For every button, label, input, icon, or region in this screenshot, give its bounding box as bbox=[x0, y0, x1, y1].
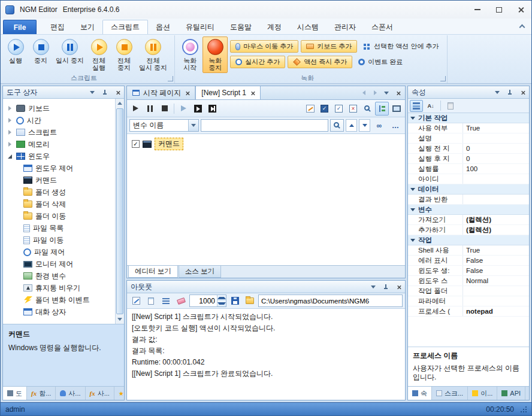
property-row[interactable]: 윈도우 생: False bbox=[408, 266, 529, 276]
close-button[interactable] bbox=[510, 1, 531, 19]
loop-search-button[interactable]: ∞ bbox=[372, 119, 386, 132]
step-run-button[interactable] bbox=[177, 102, 191, 116]
property-row[interactable]: 결과 반환 bbox=[408, 195, 529, 205]
toolbox-scrollbar[interactable] bbox=[115, 99, 124, 324]
run-selected-button[interactable] bbox=[191, 102, 205, 116]
property-value[interactable]: 100 bbox=[463, 164, 529, 174]
property-value[interactable]: 0 bbox=[463, 144, 529, 153]
property-row[interactable]: 가져오기 (컬렉션) bbox=[408, 215, 529, 225]
ribbon-button[interactable]: 전체 일시 중지 bbox=[137, 37, 170, 73]
property-row[interactable]: 실행 후 지 0 bbox=[408, 154, 529, 164]
property-value[interactable]: 0 bbox=[463, 154, 529, 163]
property-row[interactable]: 기본 작업 bbox=[408, 113, 529, 123]
action-checkbox[interactable] bbox=[132, 140, 140, 148]
close-panel-button[interactable] bbox=[393, 282, 403, 292]
close-tab-icon[interactable] bbox=[250, 91, 254, 95]
menu-tab[interactable]: 도움말 bbox=[222, 20, 259, 34]
scrollbar-thumb[interactable] bbox=[116, 108, 123, 314]
alphabetical-view-button[interactable]: A↓ bbox=[424, 100, 437, 112]
tab-editor-view[interactable]: 에디터 보기 bbox=[128, 266, 178, 278]
search-go-button[interactable] bbox=[330, 119, 344, 132]
stop-script-button[interactable] bbox=[158, 102, 171, 116]
property-value[interactable]: False bbox=[463, 256, 529, 265]
property-row[interactable]: 사용 여부 True bbox=[408, 123, 529, 133]
property-row[interactable]: 실행률 100 bbox=[408, 164, 529, 174]
menu-tab[interactable]: 편집 bbox=[43, 20, 72, 34]
properties-bottom-tab[interactable]: API bbox=[497, 387, 525, 400]
toolbox-bottom-tab[interactable]: 사... bbox=[86, 387, 114, 400]
properties-bottom-tab[interactable]: 외... bbox=[525, 387, 529, 400]
maximize-button[interactable] bbox=[488, 1, 510, 19]
tab-start-page[interactable]: 시작 페이지 bbox=[127, 86, 195, 99]
property-value[interactable]: False bbox=[463, 266, 529, 275]
categorized-view-button[interactable] bbox=[410, 100, 423, 112]
property-row[interactable]: 에러 표시 False bbox=[408, 256, 529, 266]
toolbox-item[interactable]: 환경 변수 bbox=[4, 270, 114, 282]
toolbox-item[interactable]: 메모리 bbox=[4, 138, 114, 150]
toolbox-item[interactable]: 모니터 제어 bbox=[4, 258, 114, 270]
file-menu-button[interactable]: File bbox=[3, 20, 37, 34]
toolbox-item[interactable]: 스크립트 bbox=[4, 126, 114, 138]
spin-down-button[interactable] bbox=[217, 301, 226, 307]
pin-button[interactable] bbox=[99, 87, 110, 98]
toolbox-item[interactable]: 커맨드 bbox=[4, 174, 114, 186]
menu-tab[interactable]: 스폰서 bbox=[364, 20, 401, 34]
pin-button[interactable] bbox=[380, 282, 391, 292]
toolbox-item[interactable]: 키보드 bbox=[4, 102, 114, 114]
toolbox-bottom-tab[interactable]: 함... bbox=[27, 387, 56, 400]
toolbox-item[interactable]: 파일 이동 bbox=[4, 234, 114, 246]
monitor-view-button[interactable] bbox=[389, 102, 403, 116]
toolbox-bottom-tab[interactable]: 도 bbox=[3, 387, 27, 400]
open-log-folder-button[interactable] bbox=[243, 294, 256, 308]
property-value[interactable]: Normal bbox=[463, 276, 529, 286]
property-row[interactable]: 데이터 bbox=[408, 184, 529, 195]
add-realtime-button[interactable]: 실시간 추가 bbox=[230, 56, 285, 68]
panel-menu-button[interactable] bbox=[368, 282, 378, 292]
properties-bottom-tab[interactable]: 속 bbox=[408, 387, 432, 400]
properties-bottom-tab[interactable]: 스크... bbox=[432, 387, 468, 400]
dialog-launcher-icon[interactable] bbox=[168, 76, 173, 81]
panel-menu-button[interactable] bbox=[492, 87, 502, 98]
search-button[interactable] bbox=[361, 102, 374, 116]
toolbox-bottom-tab[interactable]: 즐 bbox=[114, 387, 124, 400]
toolbox-item[interactable]: 폴더 변화 이벤트 bbox=[4, 294, 114, 306]
log-pen-button[interactable] bbox=[129, 294, 143, 308]
ribbon-button[interactable]: 전체 중지 bbox=[111, 37, 137, 73]
toolbox-item[interactable]: 파일 제어 bbox=[4, 246, 114, 258]
combo-dropdown-button[interactable] bbox=[188, 120, 198, 131]
record-start-button[interactable]: 녹화 시작 bbox=[177, 37, 202, 73]
property-row[interactable]: 실행 전 지 0 bbox=[408, 144, 529, 154]
property-row[interactable]: 프로세스 ( notepad bbox=[408, 306, 529, 317]
run-script-button[interactable] bbox=[129, 102, 143, 116]
close-panel-button[interactable] bbox=[112, 87, 122, 98]
tab-script-1[interactable]: [New] Script 1 bbox=[195, 86, 261, 99]
menu-tab[interactable]: 스크립트 bbox=[102, 20, 148, 34]
check-none-button[interactable] bbox=[332, 102, 346, 116]
menu-tab[interactable]: 옵션 bbox=[148, 20, 178, 34]
more-options-button[interactable]: … bbox=[388, 119, 403, 132]
menu-tab[interactable]: 계정 bbox=[259, 20, 289, 34]
edit-form-button[interactable] bbox=[303, 102, 317, 116]
close-panel-button[interactable] bbox=[517, 87, 527, 98]
scroll-tabs-left-button[interactable] bbox=[359, 88, 368, 98]
property-row[interactable]: 작업 폴더 bbox=[408, 286, 529, 296]
log-limit-input[interactable] bbox=[190, 295, 217, 306]
property-row[interactable]: 아이디 bbox=[408, 174, 529, 184]
dialog-launcher-icon[interactable] bbox=[440, 76, 446, 81]
toolbox-item[interactable]: 휴지통 비우기 bbox=[4, 282, 114, 294]
scroll-down-button[interactable] bbox=[116, 315, 124, 324]
toolbox-item[interactable]: 파일 목록 bbox=[4, 222, 114, 234]
collapse-ribbon-button[interactable] bbox=[513, 19, 531, 34]
add-action-immediately-button[interactable]: 액션 즉시 추가 bbox=[288, 56, 352, 68]
save-log-button[interactable] bbox=[228, 294, 241, 308]
minimize-button[interactable] bbox=[467, 1, 488, 19]
property-row[interactable]: 작업 bbox=[408, 235, 529, 245]
close-tab-icon[interactable] bbox=[186, 91, 189, 95]
property-row[interactable]: 윈도우 스 Normal bbox=[408, 276, 529, 286]
add-keyboard-button[interactable]: 키보드 추가 bbox=[301, 40, 357, 53]
new-log-button[interactable] bbox=[144, 294, 158, 308]
find-previous-button[interactable] bbox=[346, 119, 357, 132]
menu-tab[interactable]: 관리자 bbox=[327, 20, 364, 34]
menu-tab[interactable]: 시스템 bbox=[289, 20, 327, 34]
expand-arrow-icon[interactable] bbox=[7, 154, 13, 159]
